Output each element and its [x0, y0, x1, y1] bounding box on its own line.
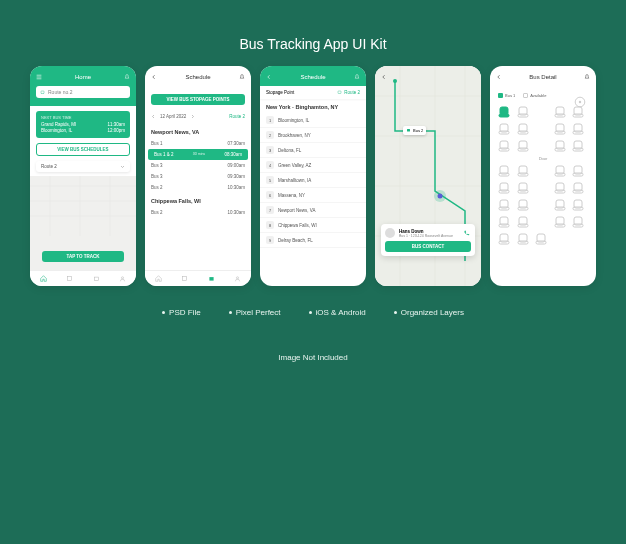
stop-row[interactable]: 3Deltona, FL [260, 143, 366, 158]
seat[interactable] [554, 139, 566, 153]
calendar-icon[interactable] [93, 275, 100, 282]
chevron-left-icon[interactable] [151, 114, 156, 119]
view-schedules-button[interactable]: VIEW BUS SCHEDULES [36, 143, 130, 156]
feature-item: iOS & Android [309, 308, 366, 317]
stop-row[interactable]: 1Bloomington, IL [260, 113, 366, 128]
stop-row[interactable]: 7Newport News, VA [260, 203, 366, 218]
seat[interactable] [572, 215, 584, 229]
stop-row[interactable]: 9Delray Beach, FL [260, 233, 366, 248]
feature-item: Pixel Perfect [229, 308, 281, 317]
view-stopage-button[interactable]: VIEW BUS STOPAGE POINTS [151, 94, 245, 105]
svg-rect-4 [94, 277, 98, 281]
home-icon[interactable] [40, 275, 47, 282]
seat[interactable] [517, 198, 529, 212]
seat[interactable] [498, 122, 510, 136]
next-bus-card: NEXT BUS TIME Grand Rapids, MI11:30am Bl… [36, 111, 130, 138]
card-label: NEXT BUS TIME [41, 115, 125, 120]
search-input[interactable]: Route no.2 [36, 86, 130, 98]
bell-icon[interactable] [354, 74, 360, 80]
seat[interactable] [517, 139, 529, 153]
date-label: 12 April 2022 [160, 114, 186, 119]
stop-row[interactable]: 8Chippewa Falls, WI [260, 218, 366, 233]
bell-icon[interactable] [584, 74, 590, 80]
user-icon[interactable] [234, 275, 241, 282]
svg-point-5 [122, 277, 124, 279]
user-icon[interactable] [119, 275, 126, 282]
svg-point-2 [43, 93, 44, 94]
group-title: Newport News, VA [145, 124, 251, 138]
back-icon[interactable] [381, 74, 387, 80]
seat[interactable] [517, 105, 529, 119]
seat[interactable] [572, 122, 584, 136]
seat[interactable] [498, 164, 510, 178]
stop-row[interactable]: 2Brookhaven, NY [260, 128, 366, 143]
home-icon[interactable] [155, 275, 162, 282]
chevron-right-icon[interactable] [190, 114, 195, 119]
tracking-map[interactable]: Bus 2 Hans Down Bus 1 · 123-124 Roosevel… [375, 66, 481, 286]
route-dropdown[interactable]: Route 2 [36, 161, 130, 172]
svg-point-13 [438, 194, 443, 199]
seat[interactable] [572, 139, 584, 153]
schedule-row[interactable]: Bus 309:00am [145, 160, 251, 171]
seat[interactable] [572, 164, 584, 178]
page-title: Bus Tracking App UI Kit [239, 36, 386, 52]
schedule-row[interactable]: Bus 309:30am [145, 171, 251, 182]
stop-row[interactable]: 6Massena, NY [260, 188, 366, 203]
calendar-icon[interactable] [208, 275, 215, 282]
bell-icon[interactable] [239, 74, 245, 80]
stoppage-bar: Stopage Point Route 2 [260, 86, 366, 99]
seat[interactable] [554, 198, 566, 212]
svg-point-1 [41, 93, 42, 94]
back-icon[interactable] [496, 74, 502, 80]
stop-row[interactable]: 5Marshalltown, IA [260, 173, 366, 188]
seat[interactable] [517, 122, 529, 136]
map-icon[interactable] [181, 275, 188, 282]
seat[interactable] [517, 164, 529, 178]
driver-sub: Bus 1 · 123-124 Roosevelt Avenue [399, 234, 459, 238]
seat[interactable] [498, 198, 510, 212]
back-icon[interactable] [151, 74, 157, 80]
seat[interactable] [554, 105, 566, 119]
route-selector[interactable]: Route 2 [337, 90, 360, 95]
stop-row[interactable]: 4Green Valley, AZ [260, 158, 366, 173]
seat[interactable] [498, 105, 510, 119]
menu-icon[interactable] [36, 74, 42, 80]
feature-item: Organized Layers [394, 308, 464, 317]
seat[interactable] [498, 181, 510, 195]
schedule-row[interactable]: Bus 210:30am [145, 182, 251, 193]
seat[interactable] [517, 215, 529, 229]
door-label: Door [498, 156, 588, 161]
back-icon[interactable] [266, 74, 272, 80]
seat[interactable] [572, 181, 584, 195]
dropdown-label: Route 2 [41, 164, 57, 169]
header: Home [36, 74, 130, 80]
seat[interactable] [554, 164, 566, 178]
seat[interactable] [498, 232, 510, 246]
feature-item: PSD File [162, 308, 201, 317]
search-text: Route no.2 [48, 89, 72, 95]
schedule-row[interactable]: Bus 1 & 230 mins08:30am [148, 149, 248, 160]
chevron-down-icon [120, 164, 125, 169]
seat[interactable] [535, 232, 547, 246]
schedule-row[interactable]: Bus 107:30am [145, 138, 251, 149]
screen-home: Home Route no.2 NEXT BUS TIME Grand Rapi… [30, 66, 136, 286]
phone-icon[interactable] [463, 229, 471, 237]
stop-name: Grand Rapids, MI [41, 122, 76, 127]
bell-icon[interactable] [124, 74, 130, 80]
seat[interactable] [498, 139, 510, 153]
bus-contact-button[interactable]: BUS CONTACT [385, 241, 471, 252]
seat[interactable] [572, 198, 584, 212]
route-title: New York - Binghamton, NY [260, 99, 366, 113]
seat[interactable] [517, 181, 529, 195]
steering-icon [574, 96, 586, 108]
seat[interactable] [554, 181, 566, 195]
tap-to-track-button[interactable]: TAP TO TRACK [42, 251, 124, 262]
seat[interactable] [554, 215, 566, 229]
schedule-row[interactable]: Bus 210:30am [145, 207, 251, 218]
seat[interactable] [517, 232, 529, 246]
bus-marker[interactable]: Bus 2 [403, 126, 426, 135]
seat[interactable] [498, 215, 510, 229]
map-icon[interactable] [66, 275, 73, 282]
bus-icon [337, 90, 342, 95]
seat[interactable] [554, 122, 566, 136]
